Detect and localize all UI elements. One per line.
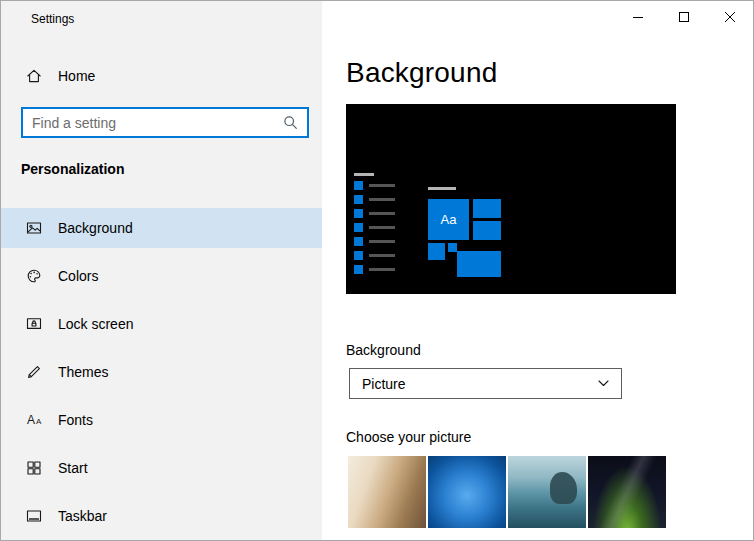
taskbar-icon	[26, 508, 42, 524]
preview-app-row	[354, 195, 395, 204]
preview-tile	[457, 251, 501, 277]
sidebar-item-fonts[interactable]: A A Fonts	[1, 400, 322, 440]
close-button[interactable]	[707, 1, 753, 33]
preview-app-row	[354, 223, 395, 232]
svg-text:A: A	[36, 417, 42, 426]
preview-tile	[448, 243, 457, 252]
lock-screen-icon	[26, 316, 42, 332]
sidebar-item-themes[interactable]: Themes	[1, 352, 322, 392]
background-icon	[26, 220, 42, 236]
preview-app-row	[354, 265, 395, 274]
choose-picture-label: Choose your picture	[346, 429, 471, 445]
preview-app-row	[354, 251, 395, 260]
sidebar-item-label: Background	[58, 220, 133, 236]
sidebar-item-label: Lock screen	[58, 316, 133, 332]
sidebar-section-heading: Personalization	[21, 161, 124, 177]
background-type-label: Background	[346, 342, 421, 358]
sidebar-item-label: Colors	[58, 268, 98, 284]
svg-text:A: A	[27, 413, 35, 427]
sidebar-item-label: Taskbar	[58, 508, 107, 524]
background-type-dropdown[interactable]: Picture	[349, 368, 622, 399]
picture-thumbnail-night-sky[interactable]	[588, 456, 666, 528]
sidebar-item-label: Fonts	[58, 412, 93, 428]
maximize-button[interactable]	[661, 1, 707, 33]
search-icon[interactable]	[283, 115, 298, 130]
preview-start-tile: Aa	[428, 199, 469, 240]
background-preview: Aa	[346, 104, 676, 294]
sidebar-item-home[interactable]: Home	[1, 58, 322, 94]
minimize-icon	[633, 12, 643, 22]
dropdown-value: Picture	[362, 376, 406, 392]
sidebar-item-lock-screen[interactable]: Lock screen	[1, 304, 322, 344]
themes-icon	[26, 364, 42, 380]
home-icon	[26, 68, 42, 84]
preview-list-header	[354, 173, 374, 176]
picture-thumbnail-seaside-rocks[interactable]	[508, 456, 586, 528]
preview-app-row	[354, 237, 395, 246]
preview-tile	[428, 243, 445, 260]
preview-tile	[473, 199, 501, 218]
close-icon	[725, 12, 735, 22]
fonts-icon: A A	[26, 412, 42, 428]
minimize-button[interactable]	[615, 1, 661, 33]
page-title: Background	[346, 57, 497, 89]
sidebar-item-start[interactable]: Start	[1, 448, 322, 488]
sidebar-item-taskbar[interactable]: Taskbar	[1, 496, 322, 536]
sidebar-home-label: Home	[58, 68, 95, 84]
settings-window: Settings Home Personalization	[0, 0, 754, 541]
sidebar: Settings Home Personalization	[1, 1, 322, 540]
search-input[interactable]	[23, 109, 283, 136]
chevron-down-icon	[598, 380, 609, 387]
sidebar-item-background[interactable]: Background	[1, 208, 322, 248]
maximize-icon	[679, 12, 689, 22]
sidebar-item-label: Themes	[58, 364, 109, 380]
search-box	[21, 107, 309, 138]
preview-app-row	[354, 209, 395, 218]
picture-thumbnail-windows-default[interactable]	[428, 456, 506, 528]
window-controls	[615, 1, 753, 33]
start-icon	[26, 460, 42, 476]
main-content: Background Aa Background Picture	[322, 1, 753, 540]
picture-thumbnail-warm-interior[interactable]	[348, 456, 426, 528]
sidebar-item-label: Start	[58, 460, 88, 476]
preview-tile	[473, 221, 501, 240]
colors-icon	[26, 268, 42, 284]
preview-tile-header	[428, 187, 456, 190]
sidebar-item-colors[interactable]: Colors	[1, 256, 322, 296]
picture-thumbnails	[348, 456, 666, 528]
window-title: Settings	[31, 12, 74, 26]
preview-app-row	[354, 181, 395, 190]
